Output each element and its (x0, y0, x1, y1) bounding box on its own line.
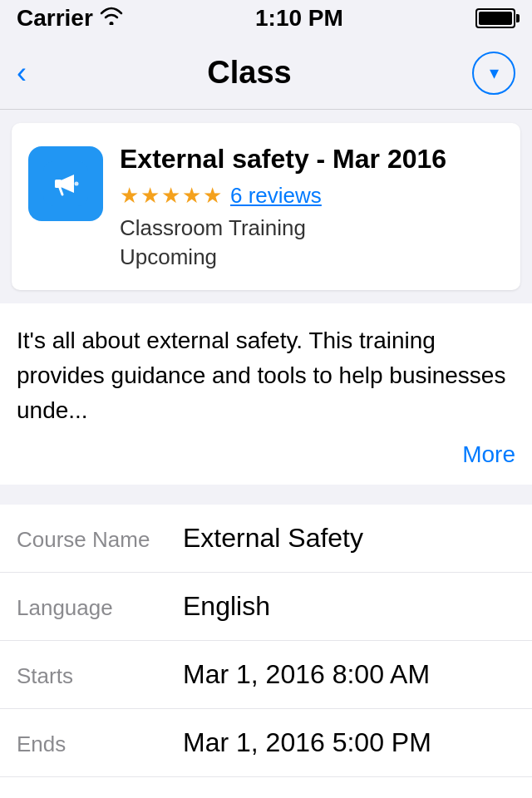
detail-label-ends: Ends (17, 732, 183, 757)
course-icon (28, 146, 103, 221)
detail-value-language: English (183, 591, 270, 622)
reviews-link[interactable]: 6 reviews (230, 183, 322, 209)
battery-fill (479, 12, 512, 25)
dropdown-button[interactable]: ▾ (472, 52, 515, 95)
course-status: Upcoming (120, 244, 504, 270)
carrier-label: Carrier (17, 5, 123, 32)
detail-label-language: Language (17, 595, 183, 621)
detail-row-enrolled: Enrolled On Feb 22, 2016 (0, 777, 532, 798)
carrier-text: Carrier (17, 5, 93, 32)
detail-value-ends: Mar 1, 2016 5:00 PM (183, 727, 431, 758)
details-section: Course Name External Safety Language Eng… (0, 505, 532, 798)
star-3: ★ (161, 183, 180, 209)
detail-label-course-name: Course Name (17, 527, 183, 553)
status-bar: Carrier 1:10 PM (0, 0, 532, 37)
megaphone-svg (43, 161, 88, 206)
svg-rect-1 (55, 180, 62, 188)
time-label: 1:10 PM (255, 5, 343, 32)
course-rating: ★ ★ ★ ★ ★ 6 reviews (120, 183, 504, 209)
star-2: ★ (140, 183, 160, 209)
course-card: External safety - Mar 2016 ★ ★ ★ ★ ★ 6 r… (12, 123, 520, 290)
detail-row-language: Language English (0, 573, 532, 641)
detail-row-ends: Ends Mar 1, 2016 5:00 PM (0, 709, 532, 777)
more-link[interactable]: More (0, 435, 532, 485)
stars: ★ ★ ★ ★ ★ (120, 183, 222, 209)
description-section: It's all about external safety. This tra… (0, 303, 532, 435)
wifi-icon (100, 7, 123, 30)
course-title: External safety - Mar 2016 (120, 143, 504, 175)
section-gap (0, 485, 532, 505)
star-4: ★ (182, 183, 201, 209)
detail-value-starts: Mar 1, 2016 8:00 AM (183, 659, 430, 690)
back-button[interactable]: ‹ (17, 58, 27, 88)
detail-value-course-name: External Safety (183, 523, 363, 554)
course-type: Classroom Training (120, 215, 504, 241)
page-title: Class (207, 55, 291, 91)
star-1: ★ (120, 183, 139, 209)
star-5: ★ (203, 183, 222, 209)
course-info: External safety - Mar 2016 ★ ★ ★ ★ ★ 6 r… (120, 143, 504, 270)
description-text: It's all about external safety. This tra… (17, 323, 515, 428)
detail-label-starts: Starts (17, 663, 183, 689)
detail-row-starts: Starts Mar 1, 2016 8:00 AM (0, 641, 532, 709)
chevron-down-icon: ▾ (490, 64, 499, 82)
nav-bar: ‹ Class ▾ (0, 37, 532, 110)
svg-point-2 (75, 182, 79, 186)
battery-icon (475, 8, 515, 28)
detail-row-course-name: Course Name External Safety (0, 505, 532, 573)
